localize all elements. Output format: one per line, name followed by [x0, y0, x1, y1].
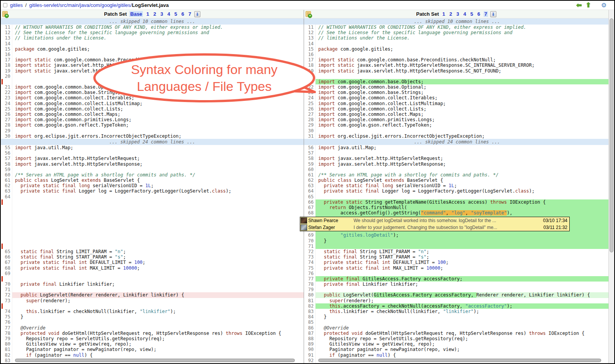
code-line: 20 [1, 74, 304, 79]
comment-row[interactable]: Shawn PearceWe should get logDetail work… [300, 217, 569, 224]
patchset-link-4[interactable]: 4 [167, 11, 171, 17]
line-number: 30 [304, 128, 316, 133]
code-text [316, 74, 610, 79]
add-file-comment-icon[interactable] [306, 11, 311, 17]
code-text [12, 150, 304, 156]
code-line: 88 Repository repo = ServletUtils.getRep… [304, 336, 610, 341]
patchset-link-5[interactable]: 5 [470, 11, 474, 17]
code-text [12, 271, 304, 276]
side-by-side-diff: ... skipped 10 common lines ...11// WITH… [1, 18, 610, 363]
code-text [316, 150, 610, 156]
edit-marker [2, 244, 3, 249]
hscroll-row: 83 [1, 358, 304, 363]
comment-row[interactable]: Stefan ZagerI defer to your judgement. C… [300, 224, 569, 231]
filler-row [1, 79, 304, 84]
horizontal-scrollbar-thumb[interactable] [318, 359, 601, 362]
code-line: 63 private static final long serialVersi… [304, 183, 610, 188]
download-patch-icon[interactable]: ⇓ [490, 11, 496, 17]
code-line: 24import com.google.common.collect.ListM… [1, 101, 304, 106]
line-number: 17 [304, 57, 316, 63]
line-number [1, 199, 12, 205]
code-line: 59import javax.servlet.http.HttpServletR… [304, 161, 610, 167]
line-number: 79 [304, 287, 316, 292]
patchset-link-2[interactable]: 2 [449, 11, 453, 17]
code-text: "gitiles.logDetail"); [316, 232, 610, 238]
patchset-link-7[interactable]: 7 [484, 11, 488, 17]
code-text: import com.google.common.collect.ListMul… [316, 101, 610, 106]
patchset-header: Patch Set Base1234567 ⇓ Patch Set 123456… [1, 10, 614, 18]
line-number: 77 [1, 325, 12, 331]
code-text: protected void doGetHtml(HttpServletRequ… [12, 331, 304, 336]
line-number: 57 [304, 150, 316, 156]
vertical-scrollbar-thumb[interactable] [610, 18, 613, 252]
code-line: 26import com.google.common.collect.Maps; [1, 112, 304, 117]
code-text [316, 320, 610, 325]
line-number [1, 244, 12, 249]
settings-gear-icon[interactable]: ⚙ [601, 2, 607, 8]
line-number: 17 [1, 57, 12, 63]
breadcrumb-repo-link[interactable]: gitiles [10, 2, 23, 8]
code-line: 70 private final Linkifier linkifier; [1, 282, 304, 287]
prev-file-icon[interactable]: ⬅ [576, 2, 582, 8]
skipped-lines-banner[interactable]: ... skipped 10 common lines ... [1, 18, 304, 25]
code-line: 27import com.google.common.collect.Maps; [304, 112, 610, 117]
code-text: this.linkifier = checkNotNull(linkifier,… [316, 309, 610, 314]
code-line: 20 [304, 74, 610, 79]
line-number [1, 79, 12, 84]
line-number: 72 [304, 249, 316, 254]
patchset-link-3[interactable]: 3 [160, 11, 164, 17]
code-line: 15package com.google.gitiles; [304, 46, 610, 52]
code-text: import javax.servlet.http.HttpServletRes… [316, 161, 610, 167]
line-number: 89 [304, 341, 316, 347]
patchset-link-base[interactable]: Base [129, 11, 143, 17]
patchset-link-1[interactable]: 1 [441, 11, 446, 17]
filler-row [1, 238, 304, 244]
download-patch-icon[interactable]: ⇓ [194, 11, 200, 17]
code-line: 68 private static final int MAX_LIMIT = … [1, 265, 304, 271]
patchset-link-2[interactable]: 2 [153, 11, 157, 17]
code-text: public LogServlet(Renderer renderer, Lin… [12, 292, 304, 298]
code-text [12, 303, 304, 309]
filler-row [1, 205, 304, 210]
patchset-link-6[interactable]: 6 [476, 11, 481, 17]
line-number: 18 [1, 63, 12, 68]
patchset-link-6[interactable]: 6 [181, 11, 185, 17]
horizontal-scrollbar-thumb[interactable] [15, 359, 295, 362]
line-number: 63 [1, 188, 12, 194]
code-line: 71 [1, 287, 304, 292]
code-text: import com.google.common.base.Objects; [316, 79, 610, 84]
code-line: 72 static final String LIMIT_PARAM = "n"… [304, 249, 610, 254]
code-text: } [316, 238, 610, 244]
skipped-lines-banner[interactable]: ... skipped 24 common lines ... [1, 139, 304, 145]
code-line: 17import static com.google.common.base.P… [1, 57, 304, 63]
code-line: 27import com.google.common.primitives.Lo… [1, 117, 304, 122]
select-checkbox[interactable] [3, 3, 7, 7]
line-number: 80 [304, 292, 316, 298]
up-to-change-icon[interactable]: ⬆ [585, 2, 591, 8]
code-text: private static final Logger log = Logger… [12, 188, 304, 194]
patchset-link-3[interactable]: 3 [456, 11, 460, 17]
filler-row [1, 244, 304, 249]
add-file-comment-icon[interactable] [2, 11, 8, 17]
line-number: 11 [1, 25, 12, 30]
code-line: 76 [1, 320, 304, 325]
line-number: 79 [1, 336, 12, 341]
code-line: 29import com.google.gson.reflect.TypeTok… [304, 122, 610, 128]
skipped-lines-banner[interactable]: ... skipped 10 common lines ... [304, 18, 610, 25]
code-line: 30import org.eclipse.jgit.errors.Incorre… [1, 133, 304, 139]
code-text: import java.util.Map; [316, 145, 610, 150]
breadcrumb-path-link[interactable]: gitiles-servlet/src/main/java/com/google… [29, 2, 132, 8]
code-text: Paginator paginator = newPaginator(repo,… [12, 347, 304, 352]
filler-row [1, 199, 304, 205]
code-line: 64 private static final Logger log = Log… [304, 188, 610, 194]
skipped-lines-banner[interactable]: ... skipped 24 common lines ... [304, 139, 610, 145]
patchset-link-1[interactable]: 1 [145, 11, 150, 17]
line-number: 22 [1, 90, 12, 95]
code-text: } [12, 314, 304, 320]
code-line: 18import static javax.servlet.http.HttpS… [1, 63, 304, 68]
patchset-link-7[interactable]: 7 [188, 11, 192, 17]
vertical-scrollbar[interactable] [608, 10, 614, 363]
line-number: 73 [304, 254, 316, 260]
patchset-link-5[interactable]: 5 [174, 11, 178, 17]
patchset-link-4[interactable]: 4 [463, 11, 467, 17]
